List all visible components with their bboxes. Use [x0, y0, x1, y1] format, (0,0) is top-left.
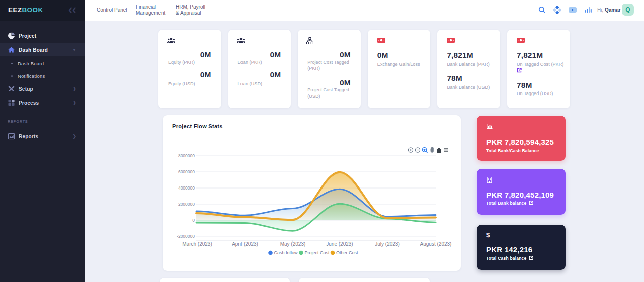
svg-text:Cash Inflow: Cash Inflow — [274, 250, 298, 255]
svg-text:8000000: 8000000 — [178, 153, 195, 158]
svg-text:Other Cost: Other Cost — [336, 250, 358, 255]
svg-text:4000000: 4000000 — [178, 185, 195, 191]
svg-text:March (2023): March (2023) — [182, 241, 212, 247]
svg-text:-2000000: -2000000 — [177, 234, 195, 239]
svg-text:2000000: 2000000 — [178, 202, 195, 207]
svg-text:6000000: 6000000 — [178, 169, 195, 174]
svg-text:August (2023): August (2023) — [420, 241, 452, 247]
svg-text:0: 0 — [192, 218, 195, 223]
svg-text:Project Cost: Project Cost — [305, 250, 330, 255]
svg-text:June (2023): June (2023) — [326, 241, 353, 247]
svg-text:May (2023): May (2023) — [280, 241, 306, 247]
svg-text:April (2023): April (2023) — [232, 241, 258, 247]
svg-text:July (2023): July (2023) — [375, 241, 399, 247]
